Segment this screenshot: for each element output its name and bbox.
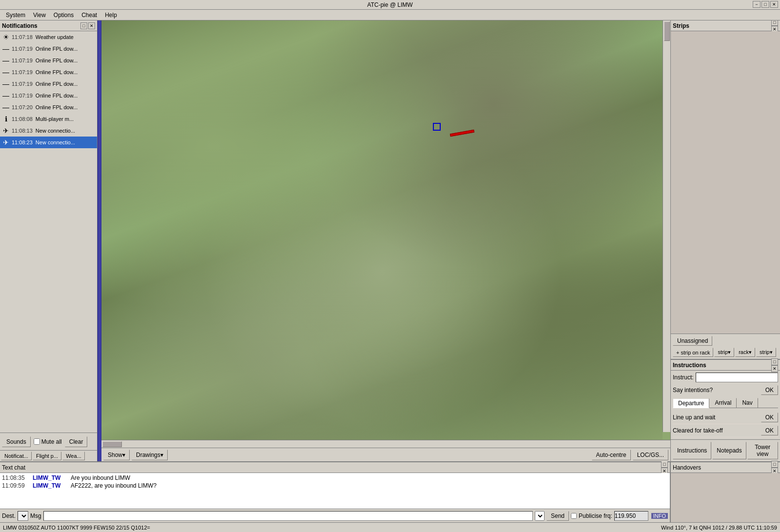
menu-view[interactable]: View [29, 11, 50, 20]
handovers-header-buttons: □ ✕ [771, 461, 778, 474]
notif-text: Online FPL dow... [36, 81, 78, 87]
menubar: System View Options Cheat Help [0, 10, 780, 20]
dest-label: Dest. [2, 512, 16, 519]
publicise-frq-checkbox[interactable] [571, 513, 577, 519]
chat-text: Are you inbound LIMW [71, 474, 668, 481]
window-title: ATC-pie @ LIMW [367, 1, 412, 8]
instructions-body: Instruct: Say intentions? OK Departure A… [671, 371, 780, 439]
auto-centre-button[interactable]: Auto-centre [592, 450, 631, 460]
chat-sender: LIMW_TW [33, 474, 67, 481]
notif-item-fpl-3[interactable]: — 11:07:19 Online FPL dow... [0, 66, 97, 78]
map-canvas[interactable] [101, 20, 670, 440]
line-up-wait-ok-button[interactable]: OK [761, 413, 778, 422]
map-scrollbar-h-thumb[interactable] [102, 441, 122, 447]
tab-notifications[interactable]: Notificat... [1, 452, 32, 460]
notif-item-fpl-1[interactable]: — 11:07:19 Online FPL dow... [0, 43, 97, 55]
drawings-button[interactable]: Drawings▾ [132, 450, 168, 460]
chat-format-select[interactable] [535, 511, 545, 521]
maximize-button[interactable]: □ [761, 1, 769, 8]
notif-text: New connectio... [36, 128, 75, 134]
notif-text: New connectio... [36, 139, 75, 145]
close-button[interactable]: ✕ [770, 1, 778, 8]
notif-item-fpl-2[interactable]: — 11:07:19 Online FPL dow... [0, 55, 97, 66]
say-intentions-ok-button[interactable]: OK [761, 385, 778, 395]
chat-time: 11:08:35 [2, 474, 29, 481]
menu-cheat[interactable]: Cheat [78, 11, 101, 20]
notif-item-fpl-4[interactable]: — 11:07:19 Online FPL dow... [0, 78, 97, 90]
clear-button[interactable]: Clear [65, 436, 88, 447]
tab-instructions[interactable]: Instructions [673, 442, 711, 459]
minimize-button[interactable]: − [753, 1, 760, 8]
strip-dropdown-button[interactable]: strip▾ [714, 348, 734, 357]
menu-options[interactable]: Options [50, 11, 78, 20]
mute-all-checkbox[interactable] [34, 438, 40, 445]
info-icon: ℹ [2, 115, 10, 123]
strips-area [671, 31, 780, 334]
map-scrollbar-v-thumb[interactable] [664, 21, 670, 41]
tab-weather[interactable]: Wea... [62, 452, 85, 460]
menu-help[interactable]: Help [101, 11, 121, 20]
say-intentions-label: Say intentions? [673, 387, 713, 394]
notifications-panel: Notifications □ ✕ ☀ 11:07:18 Weather upd… [0, 20, 98, 461]
notif-item-conn-1[interactable]: ✈ 11:08:13 New connectio... [0, 125, 97, 137]
aircraft-icon: ✈ [2, 138, 10, 146]
loc-gs-button[interactable]: LOC/GS... [633, 450, 668, 460]
chat-message-2: 11:09:59 LIMW_TW AF2222, are you inbound… [2, 482, 668, 490]
chat-float-button[interactable]: □ [661, 461, 668, 468]
notif-text: Online FPL dow... [36, 104, 78, 110]
instructions-float-button[interactable]: □ [771, 358, 778, 365]
main-layout: Notifications □ ✕ ☀ 11:07:18 Weather upd… [0, 20, 780, 532]
strip-buttons: + strip on rack strip▾ rack▾ strip▾ [673, 348, 778, 357]
tab-departure[interactable]: Departure [673, 398, 709, 408]
instructions-close-button[interactable]: ✕ [771, 365, 778, 372]
cleared-takeoff-item: Cleared for take-off OK [673, 424, 778, 437]
notifications-header: Notifications □ ✕ [0, 20, 97, 31]
map-scrollbar-horizontal[interactable] [101, 440, 670, 448]
tab-notepads[interactable]: Notepads [712, 442, 746, 459]
notif-item-fpl-6[interactable]: — 11:07:20 Online FPL dow... [0, 101, 97, 113]
chat-time: 11:09:59 [2, 482, 29, 489]
instruct-input[interactable] [696, 373, 778, 382]
weather-icon: ☀ [2, 33, 10, 41]
tab-tower-view[interactable]: Tower view [747, 442, 778, 459]
unassigned-tab[interactable]: Unassigned [673, 336, 712, 346]
notif-item-multiplayer[interactable]: ℹ 11:08:08 Multi-player m... [0, 113, 97, 125]
notifications-float-button[interactable]: □ [80, 22, 87, 29]
menu-system[interactable]: System [2, 11, 29, 20]
tab-arrival[interactable]: Arrival [709, 398, 737, 408]
tab-nav[interactable]: Nav [737, 398, 758, 408]
notif-item-conn-2[interactable]: ✈ 11:08:23 New connectio... [0, 137, 97, 148]
map-scrollbar-vertical[interactable] [663, 20, 670, 432]
say-intentions-row: Say intentions? OK [673, 385, 778, 395]
notif-time: 11:07:18 [12, 34, 33, 40]
top-area: Notifications □ ✕ ☀ 11:07:18 Weather upd… [0, 20, 780, 461]
fpl-icon: — [2, 103, 10, 111]
notif-text: Multi-player m... [36, 116, 74, 122]
notif-item-weather[interactable]: ☀ 11:07:18 Weather update [0, 31, 97, 43]
fpl-icon: — [2, 45, 10, 53]
strip-on-rack-button[interactable]: + strip on rack [673, 348, 713, 357]
tab-flight-plan[interactable]: Flight p... [33, 452, 61, 460]
aircraft-marker[interactable] [450, 130, 474, 137]
chat-message-input[interactable] [43, 511, 533, 521]
strips-float-button[interactable]: □ [771, 20, 778, 26]
notif-item-fpl-5[interactable]: — 11:07:19 Online FPL dow... [0, 90, 97, 101]
send-button[interactable]: Send [546, 511, 569, 521]
handovers-body [671, 473, 780, 522]
notif-text: Online FPL dow... [36, 46, 78, 52]
chat-text: AF2222, are you inbound LIMW? [71, 482, 668, 489]
sounds-button[interactable]: Sounds [2, 436, 31, 447]
instruct-row: Instruct: [673, 373, 778, 382]
fpl-icon: — [2, 68, 10, 76]
cleared-takeoff-ok-button[interactable]: OK [761, 426, 778, 435]
strip2-dropdown-button[interactable]: strip▾ [756, 348, 776, 357]
frequency-input[interactable] [614, 511, 648, 521]
strips-controls: Unassigned + strip on rack strip▾ rack▾ … [671, 334, 780, 359]
mute-all-text: Mute all [41, 438, 62, 445]
show-button[interactable]: Show▾ [103, 450, 130, 460]
position-indicator [433, 123, 441, 131]
chat-dest-select[interactable] [18, 511, 28, 521]
handovers-float-button[interactable]: □ [771, 461, 778, 468]
rack-dropdown-button[interactable]: rack▾ [735, 348, 755, 357]
notifications-close-button[interactable]: ✕ [88, 22, 95, 29]
